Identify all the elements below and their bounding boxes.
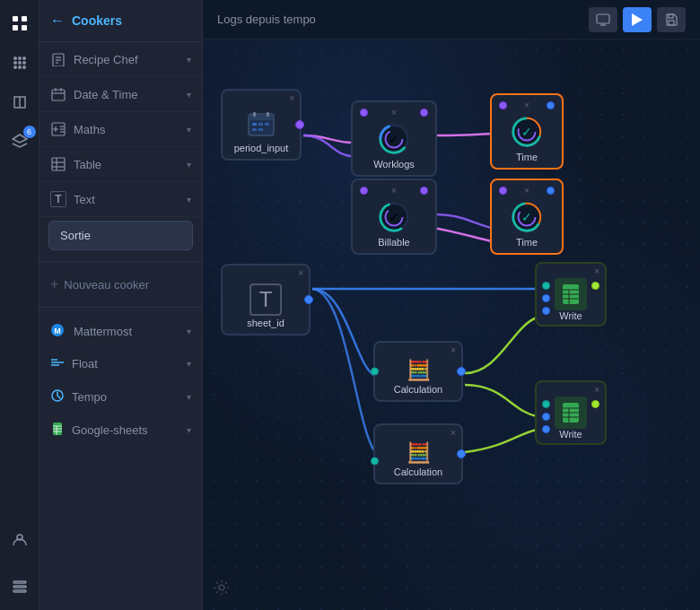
svg-point-12 — [22, 65, 26, 69]
time1-label: Time — [516, 152, 538, 162]
sidebar-item-text[interactable]: T Text ▾ — [39, 182, 202, 217]
node-sheet-id-close[interactable]: × — [298, 269, 303, 278]
sidebar-item-tempo[interactable]: Tempo ▾ — [39, 380, 202, 414]
node-write-2-close[interactable]: × — [594, 386, 599, 395]
node-billable[interactable]: × ✓ Billable — [351, 179, 437, 255]
svg-rect-51 — [669, 14, 673, 18]
node-write-2[interactable]: × — [535, 380, 607, 445]
node-worklogs-close[interactable]: × — [391, 108, 397, 118]
svg-rect-21 — [52, 90, 65, 100]
port-time1-left — [499, 101, 507, 109]
node-time-2-close[interactable]: × — [524, 186, 529, 196]
billable-label: Billable — [378, 237, 409, 248]
node-period-input[interactable]: × period_inp — [221, 89, 302, 161]
node-time-2[interactable]: × ✓ Time — [490, 179, 564, 255]
bottom-settings-icon[interactable] — [7, 574, 32, 599]
layers-badge: 6 — [23, 126, 36, 138]
top-bar: Logs depuis tempo — [203, 0, 700, 39]
user-icon[interactable] — [7, 527, 32, 553]
node-billable-close[interactable]: × — [391, 186, 397, 196]
sidebar-item-mattermost[interactable]: M Mattermost ▾ — [39, 315, 202, 347]
sidebar: ← Cookers Recipe Chef ▾ Date & Time ▾ — [39, 0, 203, 610]
svg-rect-0 — [13, 16, 18, 22]
port-calc1-in — [371, 368, 379, 376]
sheet-id-label: sheet_id — [247, 318, 284, 328]
write1-icon — [555, 278, 587, 310]
node-worklogs-header: × — [360, 108, 428, 118]
node-calculation-1[interactable]: × 🧮 Calculation — [373, 341, 463, 402]
canvas[interactable]: × period_inp — [203, 39, 700, 610]
port-write1-in2 — [542, 294, 550, 302]
node-sheet-id-header: × — [223, 266, 309, 280]
svg-point-6 — [22, 57, 26, 60]
maths-chevron: ▾ — [187, 125, 191, 135]
port-calc2-in — [371, 458, 379, 466]
node-billable-inner: × ✓ Billable — [353, 180, 435, 253]
svg-rect-53 — [249, 114, 274, 120]
port-time1-right — [547, 101, 555, 109]
port-sheet-id-right — [304, 295, 313, 304]
node-worklogs[interactable]: × ✓ Worklogs — [351, 100, 437, 177]
period-input-label: period_input — [234, 143, 289, 153]
nouveau-cooker-button[interactable]: + Nouveau cooker — [39, 269, 202, 300]
monitor-button[interactable] — [589, 7, 617, 32]
sidebar-item-table[interactable]: Table ▾ — [39, 147, 202, 182]
svg-rect-54 — [253, 112, 256, 117]
sortie-item[interactable]: Sortie — [48, 221, 193, 250]
svg-rect-57 — [258, 123, 263, 126]
port-billable-left — [360, 187, 368, 195]
node-billable-header: × — [360, 186, 428, 196]
period-input-icon — [245, 109, 277, 141]
svg-point-8 — [18, 61, 22, 65]
mattermost-icon: M — [50, 323, 66, 339]
node-period-input-close[interactable]: × — [289, 94, 294, 103]
node-calc1-close[interactable]: × — [451, 346, 456, 355]
port-write2-in1 — [542, 400, 550, 408]
top-bar-actions — [589, 7, 686, 32]
sidebar-item-recipe-chef[interactable]: Recipe Chef ▾ — [39, 42, 202, 77]
svg-point-7 — [13, 61, 17, 65]
node-write-2-header: × — [537, 382, 605, 395]
sidebar-divider — [39, 261, 202, 262]
calc2-label: Calculation — [394, 466, 442, 477]
node-calc2-header: × — [375, 425, 461, 440]
node-write-1[interactable]: × — [535, 262, 607, 327]
book-icon[interactable] — [7, 90, 32, 115]
worklogs-label: Worklogs — [373, 159, 415, 170]
sidebar-item-float[interactable]: Float ▾ — [39, 347, 202, 380]
apps-icon[interactable] — [7, 50, 32, 75]
sidebar-item-date-time[interactable]: Date & Time ▾ — [39, 77, 202, 112]
node-time-1-close[interactable]: × — [524, 100, 529, 110]
sidebar-item-google-sheets[interactable]: Google-sheets ▾ — [39, 414, 202, 447]
node-sheet-id[interactable]: × T sheet_id — [221, 264, 311, 336]
layers-icon[interactable]: 6 — [7, 129, 32, 154]
text-label: Text — [74, 193, 179, 206]
node-period-input-header: × — [223, 91, 300, 105]
node-time-1-inner: × ✓ Time — [492, 95, 562, 168]
play-button[interactable] — [623, 7, 652, 32]
calc2-icon: 🧮 — [407, 441, 431, 465]
node-write-1-close[interactable]: × — [594, 267, 599, 276]
svg-rect-56 — [252, 123, 257, 126]
node-calc2-close[interactable]: × — [451, 429, 456, 438]
back-arrow-icon[interactable]: ← — [50, 13, 65, 29]
svg-text:M: M — [54, 327, 61, 336]
worklogs-indicator: ✓ — [377, 122, 411, 156]
node-time-1[interactable]: × ✓ Time — [490, 93, 564, 170]
sidebar-item-maths[interactable]: Maths ▾ — [39, 112, 202, 147]
svg-point-9 — [22, 61, 26, 65]
port-worklogs-left — [360, 109, 368, 117]
grid-icon[interactable] — [7, 11, 32, 36]
node-calculation-2[interactable]: × 🧮 Calculation — [373, 423, 463, 484]
sidebar-title: Cookers — [72, 13, 122, 28]
svg-point-5 — [18, 57, 22, 60]
canvas-settings-icon[interactable] — [214, 580, 230, 599]
tempo-icon — [50, 388, 65, 405]
node-time-2-header: × — [499, 186, 555, 196]
save-button[interactable] — [657, 7, 686, 32]
svg-rect-14 — [13, 581, 26, 583]
svg-point-11 — [18, 65, 22, 69]
time1-indicator: ✓ — [510, 115, 544, 149]
calc1-icon: 🧮 — [407, 359, 431, 382]
svg-rect-55 — [267, 112, 269, 117]
